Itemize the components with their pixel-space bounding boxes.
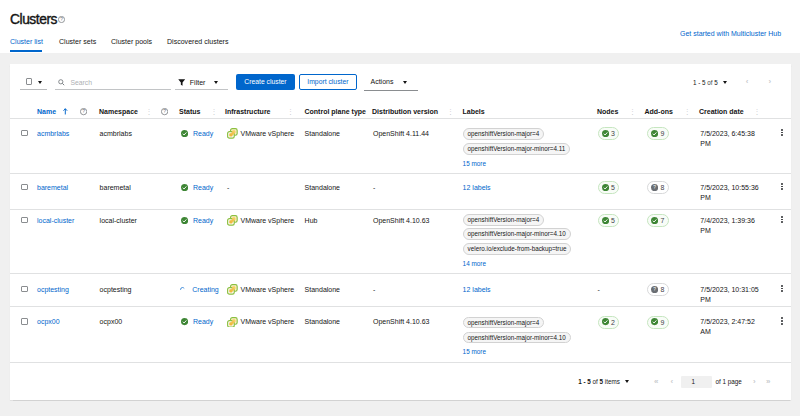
- svg-text:?: ?: [654, 287, 657, 292]
- svg-text:?: ?: [163, 110, 166, 115]
- svg-text:?: ?: [654, 185, 657, 190]
- svg-text:?: ?: [82, 110, 85, 115]
- svg-text:?: ?: [60, 17, 63, 22]
